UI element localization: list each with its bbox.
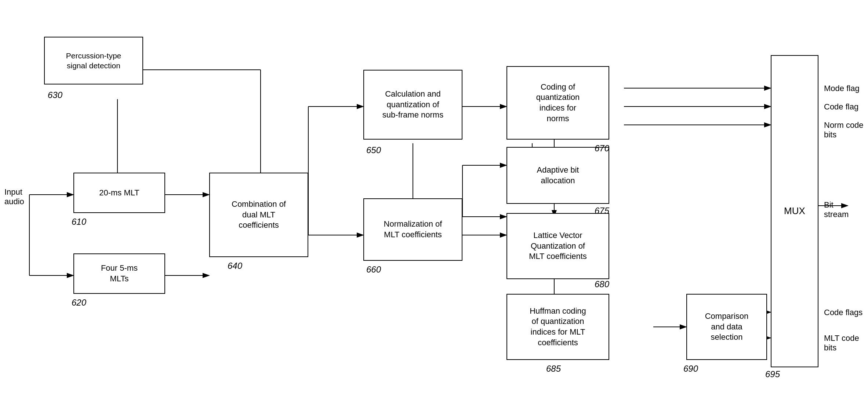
percussion-box: Percussion-typesignal detection <box>44 37 143 84</box>
label-660: 660 <box>366 264 381 275</box>
label-630: 630 <box>48 90 62 100</box>
label-690: 690 <box>683 364 698 374</box>
label-650: 650 <box>366 145 381 155</box>
adaptive-bit-box: Adaptive bitallocation <box>506 147 609 204</box>
label-695: 695 <box>765 369 780 379</box>
bit-stream-label: Bitstream <box>824 200 849 219</box>
mode-flag-label: Mode flag <box>824 84 860 93</box>
mlt20-box: 20-ms MLT <box>73 173 165 213</box>
mux-box: MUX <box>771 55 818 367</box>
label-680: 680 <box>595 279 609 289</box>
input-audio-label: Inputaudio <box>4 187 24 206</box>
calculation-box: Calculation andquantization ofsub-frame … <box>363 70 462 140</box>
norm-code-bits-label: Norm code bits <box>824 120 868 140</box>
code-flags-label: Code flags <box>824 308 862 317</box>
lattice-box: Lattice VectorQuantization ofMLT coeffic… <box>506 213 609 279</box>
label-620: 620 <box>72 298 86 308</box>
code-flag-label: Code flag <box>824 102 858 112</box>
combination-box: Combination ofdual MLTcoefficients <box>209 173 308 257</box>
label-670: 670 <box>595 143 609 154</box>
huffman-box: Huffman codingof quantizationindices for… <box>506 294 609 360</box>
mlt5-box: Four 5-msMLTs <box>73 253 165 294</box>
label-640: 640 <box>228 261 242 271</box>
label-610: 610 <box>72 217 86 227</box>
label-675: 675 <box>595 206 609 216</box>
normalization-box: Normalization ofMLT coefficients <box>363 198 462 261</box>
comparison-box: Comparisonand dataselection <box>686 294 767 360</box>
mlt-code-bits-label: MLT code bits <box>824 334 868 353</box>
coding-norms-box: Coding ofquantizationindices fornorms <box>506 66 609 140</box>
label-685: 685 <box>546 364 561 374</box>
diagram-container: { "boxes": { "percussion": { "label": "P… <box>0 0 868 411</box>
